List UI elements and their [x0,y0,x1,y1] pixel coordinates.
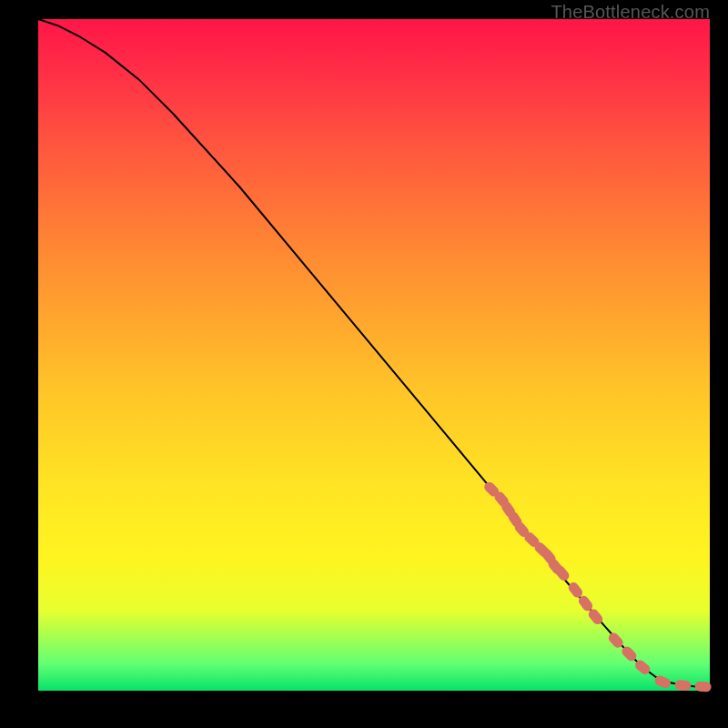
curve-path [38,19,710,687]
chart-stage: TheBottleneck.com [0,0,728,728]
chart-svg [38,19,710,691]
marker-layer [482,480,712,692]
plot-area [38,19,710,691]
data-marker [674,680,692,692]
data-marker [694,682,712,693]
curve-layer [38,19,710,687]
